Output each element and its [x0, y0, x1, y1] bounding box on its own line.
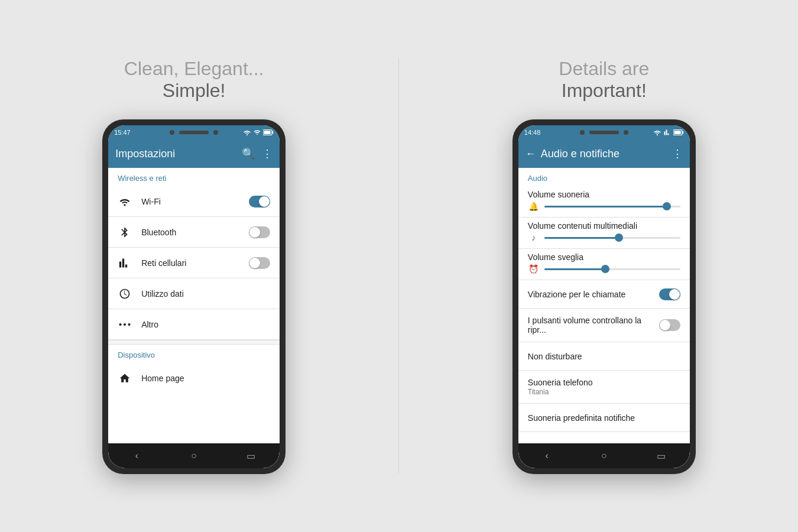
cellular-toggle[interactable]	[249, 257, 270, 269]
right-speaker-grille	[589, 131, 619, 134]
more-svg	[119, 323, 131, 326]
vibration-item[interactable]: Vibrazione per le chiamate	[518, 280, 690, 309]
right-wifi-icon	[653, 129, 661, 136]
speaker-grille	[179, 131, 209, 134]
volume-media-track[interactable]	[544, 237, 680, 239]
volume-alarm-track[interactable]	[544, 268, 680, 270]
volume-media-fill	[544, 237, 619, 239]
right-app-bar-icons: ⋮	[672, 147, 683, 160]
wifi-toggle-knob	[259, 196, 270, 207]
home-button[interactable]: ○	[182, 444, 206, 468]
volume-buttons-title: I pulsanti volume controllano la ripr...	[528, 316, 659, 335]
left-headline-line2: Simple!	[124, 80, 264, 102]
volume-alarm-track-row: ⏰	[528, 264, 680, 274]
volume-alarm-row: Volume sveglia ⏰	[518, 249, 690, 280]
wifi-svg	[119, 196, 131, 207]
wifi-list-item[interactable]: Wi-Fi	[108, 186, 280, 217]
volume-media-thumb	[615, 233, 623, 242]
notif-sound-item[interactable]: Suoneria predefinita notifiche	[518, 404, 690, 432]
wifi-label: Wi-Fi	[141, 197, 249, 206]
right-phone-inner: 14:48 ← Audio	[518, 125, 690, 468]
search-icon[interactable]: 🔍	[242, 147, 255, 160]
svg-rect-7	[674, 131, 680, 134]
status-signal-icon	[254, 129, 261, 136]
volume-media-row: Volume contenuti multimediali ♪	[518, 218, 690, 249]
other-list-item[interactable]: Altro	[108, 309, 280, 340]
left-content: Wireless e reti Wi-Fi	[108, 168, 280, 443]
cellular-label: Reti cellulari	[141, 258, 249, 268]
status-battery-icon	[263, 129, 274, 136]
other-label: Altro	[141, 320, 270, 329]
right-phone-top-hardware	[580, 130, 628, 135]
volume-alarm-fill	[544, 268, 606, 270]
section-wireless-header: Wireless e reti	[108, 168, 280, 186]
right-recents-button[interactable]: ▭	[649, 444, 673, 468]
right-panel: Details are Important! 14:48	[421, 58, 787, 474]
volume-suoneria-fill	[544, 206, 667, 207]
signal-svg	[119, 257, 131, 269]
left-app-bar: Impostazioni 🔍 ⋮	[108, 140, 280, 168]
audio-section-header: Audio	[518, 168, 690, 186]
bluetooth-toggle[interactable]	[249, 226, 270, 238]
data-usage-icon	[118, 287, 132, 301]
signal-icon	[118, 256, 132, 270]
right-camera-dot-2	[624, 130, 628, 135]
section-separator	[108, 340, 280, 345]
data-usage-list-item[interactable]: Utilizzo dati	[108, 278, 280, 309]
volume-suoneria-track[interactable]	[544, 206, 680, 207]
right-headline: Details are Important!	[559, 58, 649, 102]
right-headline-line1: Details are	[559, 58, 649, 80]
ringtone-subtitle: Titania	[528, 388, 680, 396]
ringtone-item[interactable]: Suoneria telefono Titania	[518, 371, 690, 404]
right-home-button[interactable]: ○	[592, 444, 616, 468]
more-vert-icon[interactable]: ⋮	[262, 147, 273, 160]
svg-rect-1	[264, 131, 271, 134]
bluetooth-toggle-knob	[249, 227, 260, 238]
volume-buttons-item[interactable]: I pulsanti volume controllano la ripr...	[518, 309, 690, 342]
right-content: Audio Volume suoneria 🔔 V	[518, 168, 690, 443]
right-more-vert-icon[interactable]: ⋮	[672, 147, 683, 160]
volume-buttons-toggle[interactable]	[659, 319, 680, 331]
svg-point-3	[119, 323, 122, 325]
cellular-list-item[interactable]: Reti cellulari	[108, 248, 280, 278]
phone-top-hardware	[170, 130, 218, 135]
left-app-bar-icons: 🔍 ⋮	[242, 147, 273, 160]
volume-suoneria-row: Volume suoneria 🔔	[518, 186, 690, 218]
volume-suoneria-track-row: 🔔	[528, 202, 680, 211]
music-icon: ♪	[528, 233, 540, 242]
ringtone-title: Suoneria telefono	[528, 378, 680, 387]
back-button[interactable]: ‹	[125, 444, 148, 468]
volume-alarm-label: Volume sveglia	[528, 252, 680, 264]
data-usage-label: Utilizzo dati	[141, 289, 270, 299]
left-panel: Clean, Elegant... Simple! 15:47	[11, 58, 377, 474]
left-phone-inner: 15:47	[108, 125, 280, 468]
right-status-time: 14:48	[524, 129, 541, 136]
bluetooth-list-item[interactable]: Bluetooth	[108, 217, 280, 248]
volume-buttons-toggle-knob	[660, 320, 670, 330]
wifi-toggle[interactable]	[249, 196, 270, 207]
left-status-time: 15:47	[114, 129, 131, 136]
section-device-header: Dispositivo	[108, 345, 280, 363]
camera-dot	[170, 130, 174, 135]
left-bottom-nav: ‹ ○ ▭	[108, 443, 280, 468]
right-battery-icon	[673, 129, 684, 136]
homepage-label: Home page	[141, 374, 270, 383]
data-usage-svg	[119, 288, 131, 300]
alarm-icon: ⏰	[528, 264, 540, 274]
svg-point-4	[124, 323, 126, 325]
volume-media-track-row: ♪	[528, 233, 680, 242]
back-arrow-icon[interactable]: ←	[525, 148, 536, 160]
right-back-button[interactable]: ‹	[535, 444, 559, 468]
vibration-title: Vibrazione per le chiamate	[528, 290, 659, 299]
vibration-toggle-knob	[669, 289, 680, 300]
vibration-toggle[interactable]	[659, 288, 680, 300]
homepage-list-item[interactable]: Home page	[108, 363, 280, 394]
svg-rect-8	[682, 131, 683, 134]
right-headline-line2: Important!	[559, 80, 649, 102]
bluetooth-label: Bluetooth	[141, 228, 249, 237]
volume-suoneria-thumb	[663, 202, 671, 210]
notif-sound-text: Suoneria predefinita notifiche	[528, 413, 680, 423]
recents-button[interactable]: ▭	[239, 444, 263, 468]
left-app-bar-title: Impostazioni	[115, 148, 242, 160]
do-not-disturb-item[interactable]: Non disturbare	[518, 342, 690, 371]
